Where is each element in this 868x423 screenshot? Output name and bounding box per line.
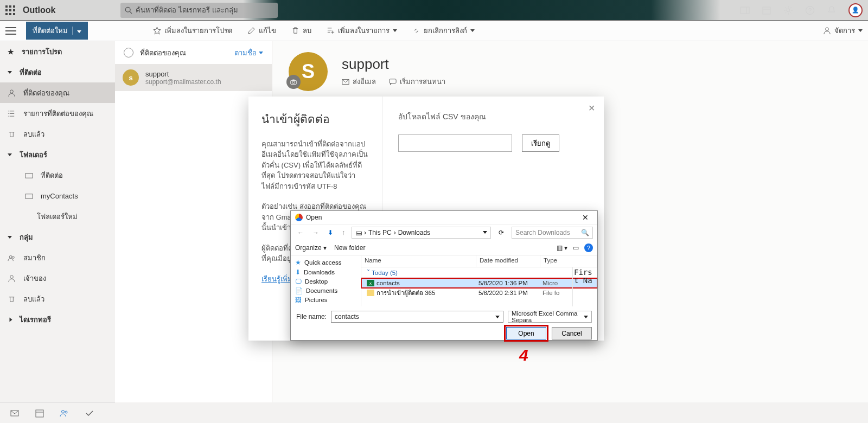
nav-back-icon[interactable]: ← xyxy=(295,229,306,236)
col-type[interactable]: Type xyxy=(540,255,597,267)
dialog-close-button[interactable]: ✕ xyxy=(578,213,593,222)
tree-quick-access[interactable]: ★Quick access xyxy=(291,258,361,267)
sidebar-label: รายการโปรด xyxy=(22,46,62,57)
chevron-down-icon[interactable] xyxy=(483,231,487,234)
new-contact-button[interactable]: ที่ติดต่อใหม่ xyxy=(26,22,88,40)
nav-recent-icon[interactable]: ⬇ xyxy=(326,229,335,236)
refresh-icon[interactable]: ⟳ xyxy=(495,229,507,236)
sidebar-folder-contacts[interactable]: ที่ติดต่อ xyxy=(0,165,115,185)
sidebar: ★ รายการโปรด ที่ติดต่อ ที่ติดต่อของคุณ ร… xyxy=(0,41,115,402)
cancel-button[interactable]: Cancel xyxy=(552,327,592,339)
star-icon xyxy=(153,27,161,35)
sidebar-directory[interactable]: ไดเรกทอรี xyxy=(0,309,115,330)
mail-icon xyxy=(342,78,349,86)
nav-forward-icon[interactable]: → xyxy=(310,229,321,236)
tree-pictures[interactable]: 🖼Pictures xyxy=(291,296,361,304)
csv-file-input[interactable] xyxy=(398,134,512,152)
dialog-toolbar: Organize ▾ New folder ▥ ▾ ▭ ? xyxy=(291,240,597,255)
manage-button[interactable]: จัดการ xyxy=(823,25,863,36)
file-row-contacts[interactable]: xcontacts 5/8/2020 1:36 PM Micro xyxy=(361,278,597,288)
sort-button[interactable]: ตามชื่อ xyxy=(234,47,263,59)
file-name-input[interactable]: contacts xyxy=(331,311,503,323)
calendar-icon[interactable] xyxy=(762,5,771,15)
select-all-checkbox[interactable] xyxy=(124,48,133,57)
sidebar-owner[interactable]: เจ้าของ xyxy=(0,268,115,289)
new-folder-button[interactable]: New folder xyxy=(334,244,365,252)
trash-icon xyxy=(8,130,16,138)
user-avatar[interactable]: 👤 xyxy=(848,3,863,17)
send-email-button[interactable]: ส่งอีเมล xyxy=(342,76,376,87)
file-open-dialog: Open ✕ ← → ⬇ ↑ 🖴› This PC› Downloads ⟳ S… xyxy=(290,210,598,341)
tree-downloads[interactable]: ⬇Downloads xyxy=(291,267,361,277)
menu-toggle-icon[interactable] xyxy=(5,27,16,35)
browse-button[interactable]: เรียกดู xyxy=(522,134,559,152)
col-name[interactable]: Name xyxy=(361,255,476,267)
sidebar-your-contacts[interactable]: ที่ติดต่อของคุณ xyxy=(0,82,115,103)
dialog-footer: File name: contacts Microsoft Excel Comm… xyxy=(291,306,597,344)
panel-icon[interactable] xyxy=(740,5,750,15)
sidebar-deleted[interactable]: ลบแล้ว xyxy=(0,124,115,144)
trash-icon xyxy=(291,27,299,35)
contact-list-item[interactable]: s support support@mailmaster.co.th xyxy=(115,64,272,91)
organize-menu[interactable]: Organize ▾ xyxy=(295,244,327,252)
gear-icon[interactable] xyxy=(783,5,793,15)
sidebar-new-folder[interactable]: โฟลเดอร์ใหม่ xyxy=(0,206,115,227)
contact-list-title: ที่ติดต่อของคุณ xyxy=(140,47,186,59)
folder-search-input[interactable]: Search Downloads 🔍 xyxy=(512,227,593,239)
calendar-icon[interactable] xyxy=(35,408,44,418)
col-date[interactable]: Date modified xyxy=(476,255,540,267)
close-icon[interactable]: ✕ xyxy=(588,103,595,113)
nav-up-icon[interactable]: ↑ xyxy=(340,229,347,236)
folder-icon xyxy=(25,192,33,200)
preview-toggle-button[interactable]: ▭ xyxy=(573,244,579,252)
file-group-today[interactable]: ˅ Today (5) xyxy=(361,267,597,278)
tree-documents[interactable]: 📄Documents xyxy=(291,286,361,296)
view-mode-button[interactable]: ▥ ▾ xyxy=(557,244,567,252)
tree-label: Pictures xyxy=(305,297,328,303)
check-icon[interactable] xyxy=(85,408,94,418)
mail-icon[interactable] xyxy=(10,408,20,418)
favorite-button[interactable]: เพิ่มลงในรายการโปรด xyxy=(153,25,232,36)
sidebar-folders-header[interactable]: โฟลเดอร์ xyxy=(0,144,115,165)
add-to-list-button[interactable]: เพิ่มลงในรายการ xyxy=(327,25,397,36)
start-chat-button[interactable]: เริ่มการสนทนา xyxy=(389,76,445,87)
sidebar-groups-deleted[interactable]: ลบแล้ว xyxy=(0,289,115,309)
svg-rect-4 xyxy=(763,7,770,14)
svg-text:?: ? xyxy=(808,7,812,14)
edit-button[interactable]: แก้ไข xyxy=(247,25,276,36)
svg-point-9 xyxy=(826,28,829,31)
detail-avatar: S xyxy=(289,52,328,91)
search-icon: 🔍 xyxy=(581,229,589,236)
bell-icon[interactable] xyxy=(827,5,837,15)
sidebar-contacts-header[interactable]: ที่ติดต่อ xyxy=(0,62,115,82)
chevron-down-icon xyxy=(858,29,863,32)
contact-avatar: s xyxy=(123,69,139,86)
search-input[interactable]: ค้นหาที่ติดต่อ ไดเรกทอรี และกลุ่ม xyxy=(120,3,278,18)
path-breadcrumb[interactable]: 🖴› This PC› Downloads xyxy=(352,227,491,239)
camera-icon[interactable] xyxy=(286,75,301,89)
path-pc[interactable]: This PC xyxy=(368,229,392,236)
help-icon[interactable]: ? xyxy=(805,5,815,15)
sidebar-favorites[interactable]: ★ รายการโปรด xyxy=(0,41,115,62)
path-folder[interactable]: Downloads xyxy=(398,229,430,236)
chevron-down-icon[interactable] xyxy=(495,316,500,318)
sidebar-your-lists[interactable]: รายการที่ติดต่อของคุณ xyxy=(0,103,115,124)
sidebar-folder-mycontacts[interactable]: myContacts xyxy=(0,185,115,206)
open-button[interactable]: Open xyxy=(506,327,546,339)
people-icon[interactable] xyxy=(60,408,69,418)
sidebar-groups-header[interactable]: กลุ่ม xyxy=(0,227,115,247)
tree-desktop[interactable]: 🖵Desktop xyxy=(291,277,361,286)
file-type-filter[interactable]: Microsoft Excel Comma Separa xyxy=(508,311,592,323)
sidebar-label: ที่ติดต่อ xyxy=(41,170,63,181)
unlink-button[interactable]: ยกเลิกการลิงก์ xyxy=(412,25,475,36)
action-toolbar: ที่ติดต่อใหม่ เพิ่มลงในรายการโปรด แก้ไข … xyxy=(0,21,868,41)
file-row-folder[interactable]: การนำเข้าผู้ติดต่อ 365 5/8/2020 2:31 PM … xyxy=(361,288,597,298)
svg-line-1 xyxy=(130,11,132,14)
chevron-down-icon xyxy=(8,236,12,239)
app-launcher-icon[interactable] xyxy=(5,5,15,15)
search-icon xyxy=(125,7,132,14)
chevron-down-icon[interactable] xyxy=(72,27,81,35)
help-icon[interactable]: ? xyxy=(584,243,593,252)
sidebar-member[interactable]: สมาชิก xyxy=(0,247,115,268)
delete-button[interactable]: ลบ xyxy=(291,25,311,36)
